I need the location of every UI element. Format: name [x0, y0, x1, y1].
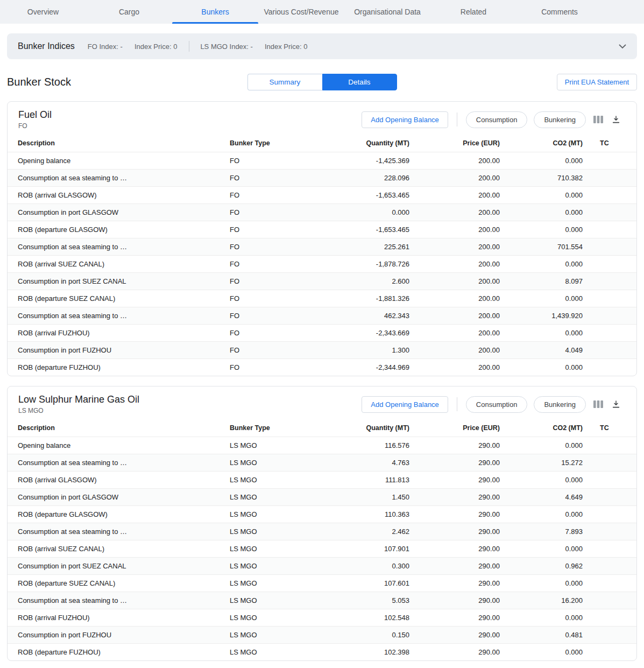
table-row[interactable]: ROB (departure GLASGOW) LS MGO 110.363 2…	[8, 506, 636, 523]
row-price: 290.00	[409, 437, 500, 454]
table-row[interactable]: Consumption in port GLASGOW LS MGO 1.450…	[8, 489, 636, 506]
card-title: Fuel Oil	[18, 109, 52, 121]
row-tc	[583, 170, 636, 187]
table-row[interactable]: ROB (departure FUZHOU) LS MGO 102.398 29…	[8, 644, 636, 661]
tab-comments[interactable]: Comments	[516, 0, 603, 24]
row-co2: 0.000	[500, 152, 583, 170]
column-settings-icon[interactable]	[592, 399, 604, 409]
row-co2: 0.000	[500, 187, 583, 204]
table-header-row: Description Bunker Type Quantity (MT) Pr…	[8, 418, 636, 437]
table-row[interactable]: Consumption in port FUZHOU LS MGO 0.150 …	[8, 627, 636, 644]
consumption-button[interactable]: Consumption	[466, 111, 528, 128]
table-header-row: Description Bunker Type Quantity (MT) Pr…	[8, 133, 636, 152]
row-quantity: 0.000	[327, 204, 409, 221]
row-quantity: 4.763	[327, 454, 409, 472]
table-row[interactable]: Consumption in port SUEZ CANAL LS MGO 0.…	[8, 558, 636, 575]
row-quantity: 5.053	[327, 592, 409, 609]
row-description: Consumption in port SUEZ CANAL	[8, 558, 230, 575]
download-icon[interactable]	[611, 399, 621, 410]
row-co2: 0.000	[500, 472, 583, 489]
col-header-price: Price (EUR)	[409, 133, 500, 152]
table-row[interactable]: ROB (arrival SUEZ CANAL) FO -1,878.726 2…	[8, 256, 636, 273]
table-row[interactable]: Opening balance LS MGO 116.576 290.00 0.…	[8, 437, 636, 454]
row-price: 200.00	[409, 204, 500, 221]
tab-bunkers[interactable]: Bunkers	[172, 0, 258, 24]
row-tc	[583, 256, 636, 273]
tab-overview[interactable]: Overview	[0, 0, 86, 24]
row-description: Consumption at sea steaming to …	[8, 238, 230, 256]
row-quantity: 102.548	[327, 609, 409, 627]
table-row[interactable]: ROB (departure FUZHOU) FO -2,344.969 200…	[8, 359, 636, 376]
table-row[interactable]: Consumption in port FUZHOU FO 1.300 200.…	[8, 342, 636, 359]
row-tc	[583, 290, 636, 307]
row-price: 200.00	[409, 290, 500, 307]
table-row[interactable]: ROB (arrival FUZHOU) LS MGO 102.548 290.…	[8, 609, 636, 627]
row-price: 290.00	[409, 592, 500, 609]
row-tc	[583, 342, 636, 359]
table-row[interactable]: ROB (arrival GLASGOW) LS MGO 111.813 290…	[8, 472, 636, 489]
page-title: Bunker Stock	[7, 76, 71, 88]
bunker-indices-bar[interactable]: Bunker Indices FO Index: - Index Price: …	[7, 33, 637, 59]
chevron-down-icon[interactable]	[619, 44, 626, 49]
table-row[interactable]: Consumption at sea steaming to … LS MGO …	[8, 523, 636, 540]
row-quantity: 0.300	[327, 558, 409, 575]
table-row[interactable]: Consumption at sea steaming to … LS MGO …	[8, 454, 636, 472]
table-row[interactable]: Consumption at sea steaming to … FO 462.…	[8, 307, 636, 325]
table-row[interactable]: ROB (departure SUEZ CANAL) LS MGO 107.60…	[8, 575, 636, 592]
tab-related[interactable]: Related	[430, 0, 516, 24]
row-description: ROB (arrival FUZHOU)	[8, 325, 230, 342]
row-tc	[583, 221, 636, 238]
table-row[interactable]: ROB (departure SUEZ CANAL) FO -1,881.326…	[8, 290, 636, 307]
row-tc	[583, 489, 636, 506]
tab-organisational-data[interactable]: Organisational Data	[344, 0, 430, 24]
row-description: ROB (departure GLASGOW)	[8, 506, 230, 523]
download-icon[interactable]	[611, 114, 621, 125]
row-price: 200.00	[409, 307, 500, 325]
bunker-stock-header: Bunker Stock Summary Details Print EUA S…	[7, 73, 637, 90]
table-row[interactable]: Consumption in port SUEZ CANAL FO 2.600 …	[8, 273, 636, 290]
row-bunker-type: FO	[230, 238, 327, 256]
add-opening-balance-button[interactable]: Add Opening Balance	[362, 396, 448, 413]
row-quantity: 107.601	[327, 575, 409, 592]
tab-various-cost-revenue[interactable]: Various Cost/Revenue	[258, 0, 344, 24]
row-price: 200.00	[409, 273, 500, 290]
row-bunker-type: FO	[230, 273, 327, 290]
row-co2: 4.049	[500, 342, 583, 359]
summary-toggle-button[interactable]: Summary	[247, 74, 322, 90]
row-co2: 0.000	[500, 437, 583, 454]
tab-cargo[interactable]: Cargo	[86, 0, 172, 24]
table-row[interactable]: ROB (arrival FUZHOU) FO -2,343.669 200.0…	[8, 325, 636, 342]
col-header-bunker-type: Bunker Type	[230, 418, 327, 437]
print-eua-statement-button[interactable]: Print EUA Statement	[557, 74, 637, 90]
row-co2: 4.649	[500, 489, 583, 506]
table-row[interactable]: ROB (arrival SUEZ CANAL) LS MGO 107.901 …	[8, 540, 636, 558]
ls-mgo-index-price-value: Index Price: 0	[265, 43, 308, 51]
consumption-button[interactable]: Consumption	[466, 396, 528, 413]
row-tc	[583, 204, 636, 221]
row-bunker-type: LS MGO	[230, 592, 327, 609]
row-bunker-type: FO	[230, 204, 327, 221]
row-bunker-type: FO	[230, 187, 327, 204]
details-toggle-button[interactable]: Details	[322, 74, 397, 90]
table-row[interactable]: ROB (departure GLASGOW) FO -1,653.465 20…	[8, 221, 636, 238]
row-bunker-type: LS MGO	[230, 523, 327, 540]
table-row[interactable]: Consumption at sea steaming to … LS MGO …	[8, 592, 636, 609]
col-header-description: Description	[8, 418, 230, 437]
table-row[interactable]: Consumption in port GLASGOW FO 0.000 200…	[8, 204, 636, 221]
row-bunker-type: FO	[230, 325, 327, 342]
add-opening-balance-button[interactable]: Add Opening Balance	[362, 111, 448, 128]
row-tc	[583, 592, 636, 609]
ls-mgo-index-value: LS MGO Index: -	[200, 43, 253, 51]
row-bunker-type: FO	[230, 342, 327, 359]
bunkering-button[interactable]: Bunkering	[534, 396, 586, 413]
bunkering-button[interactable]: Bunkering	[534, 111, 586, 128]
table-row[interactable]: Consumption at sea steaming to … FO 225.…	[8, 238, 636, 256]
col-header-bunker-type: Bunker Type	[230, 133, 327, 152]
table-row[interactable]: Consumption at sea steaming to … FO 228.…	[8, 170, 636, 187]
row-tc	[583, 644, 636, 661]
row-tc	[583, 273, 636, 290]
row-co2: 15.272	[500, 454, 583, 472]
column-settings-icon[interactable]	[592, 115, 604, 124]
table-row[interactable]: ROB (arrival GLASGOW) FO -1,653.465 200.…	[8, 187, 636, 204]
table-row[interactable]: Opening balance FO -1,425.369 200.00 0.0…	[8, 152, 636, 170]
